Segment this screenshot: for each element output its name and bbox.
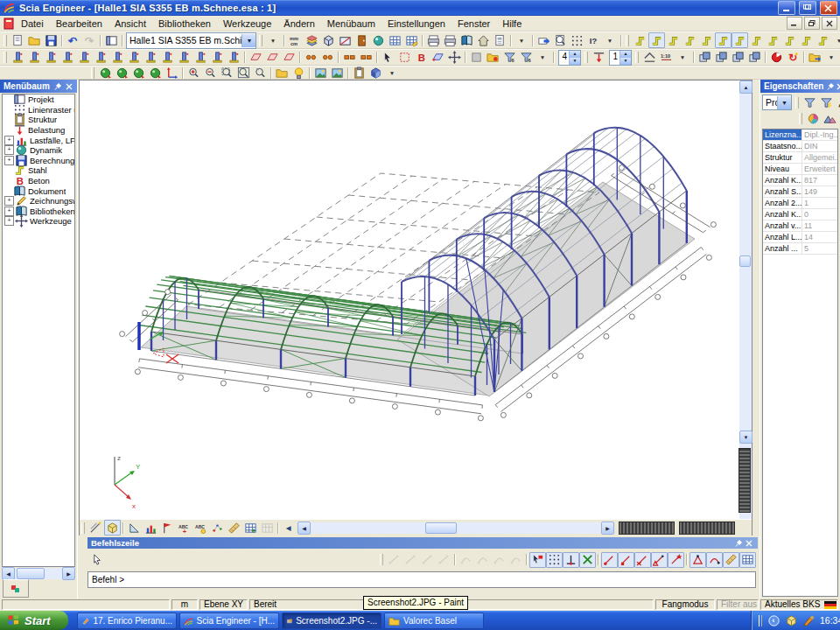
open-folder-icon[interactable] <box>26 32 43 48</box>
expand-icon[interactable]: + <box>4 216 14 226</box>
pillar-13-icon[interactable] <box>209 50 226 66</box>
snap-6-icon[interactable] <box>690 552 706 568</box>
minimize-button[interactable] <box>778 1 795 15</box>
profile-8-icon[interactable] <box>748 32 765 48</box>
expand-icon[interactable]: + <box>4 196 14 206</box>
table-grid-icon[interactable] <box>387 32 403 48</box>
scroll-down-icon[interactable]: ▼ <box>739 430 752 444</box>
zoom-out-icon[interactable] <box>202 65 219 80</box>
units-mmcm-icon[interactable]: mmcm <box>287 32 304 48</box>
menu-menbaum[interactable]: Menübaum <box>321 18 382 30</box>
layers-icon[interactable] <box>304 32 320 48</box>
tree-panel-tab[interactable] <box>3 579 29 598</box>
viewport-horizontal-scrollbar[interactable] <box>312 522 600 534</box>
properties-filter-combobox[interactable]: Pro ▼ <box>762 94 792 110</box>
vert-c-icon[interactable] <box>491 552 508 568</box>
property-row[interactable]: Anzahl 2...1 <box>763 198 837 209</box>
chevron-icon[interactable]: ‹ <box>766 612 782 628</box>
pillar-12-icon[interactable] <box>192 50 209 66</box>
text-insert-icon[interactable]: I? <box>585 32 602 48</box>
angle-icon[interactable] <box>126 520 143 536</box>
profile-1-icon[interactable] <box>632 32 648 48</box>
expand-icon[interactable]: + <box>4 145 14 155</box>
pointer-icon[interactable] <box>89 552 106 568</box>
view-4-icon[interactable] <box>147 65 164 80</box>
plate-red-3-icon[interactable] <box>281 50 298 66</box>
dot-grid-icon[interactable] <box>569 32 585 48</box>
tree-item-libraries[interactable]: +Bibliotheken <box>3 206 74 217</box>
clipboard-icon[interactable] <box>351 65 368 80</box>
pillar-11-icon[interactable] <box>176 50 192 66</box>
roof-line-icon[interactable] <box>641 50 658 66</box>
profile-7-icon[interactable] <box>732 32 748 48</box>
chart-icon[interactable] <box>143 520 159 536</box>
copy3d-3-icon[interactable] <box>730 50 746 66</box>
snap-4-icon[interactable] <box>651 552 668 568</box>
select-box-icon[interactable] <box>396 50 413 66</box>
caret-icon[interactable]: ▼ <box>823 50 840 66</box>
scroll-thumb[interactable] <box>425 522 457 534</box>
caret-icon[interactable]: ▼ <box>265 32 282 48</box>
abc-lamp-icon[interactable]: ABC <box>192 520 209 536</box>
house-icon[interactable] <box>475 32 492 48</box>
folder-export-icon[interactable] <box>807 50 823 66</box>
brush-icon[interactable] <box>801 612 817 628</box>
table-plus-icon[interactable]: + <box>242 520 259 536</box>
bulb-icon[interactable] <box>290 65 307 80</box>
layer-gray-icon[interactable] <box>468 50 485 66</box>
book-icon[interactable] <box>458 32 475 48</box>
status-ucs[interactable]: Aktuelles BKS <box>760 599 838 610</box>
collapse-left-icon[interactable]: ◀ <box>281 520 298 536</box>
menu-ndern[interactable]: Ändern <box>277 18 320 30</box>
project-combobox-arrow-icon[interactable]: ▼ <box>242 34 256 47</box>
menu-einstellungen[interactable]: Einstellungen <box>382 18 452 30</box>
volume-red-icon[interactable] <box>783 612 800 628</box>
mdi-document-icon[interactable] <box>3 18 15 30</box>
property-row[interactable]: Anzahl ...5 <box>763 243 837 255</box>
menu-hilfe[interactable]: Hilfe <box>496 18 528 30</box>
view-1-icon[interactable] <box>97 65 114 80</box>
view-3-icon[interactable] <box>130 65 147 80</box>
snap-1-icon[interactable] <box>601 552 618 568</box>
menu-datei[interactable]: Datei <box>15 18 50 30</box>
vert-a-icon[interactable] <box>458 552 474 568</box>
caret-icon[interactable]: ▼ <box>535 50 551 66</box>
tree-item-load[interactable]: Belastung <box>3 125 74 136</box>
command-input[interactable]: Befehl > <box>88 571 756 588</box>
pillar-3-icon[interactable] <box>43 50 60 66</box>
spinner-down-icon[interactable]: ▼ <box>620 58 631 65</box>
property-row[interactable]: StrukturAllgemei... <box>763 152 837 164</box>
filter-a-icon[interactable]: 6 <box>501 50 518 66</box>
profile-5-icon[interactable] <box>698 32 715 48</box>
pillar-7-icon[interactable] <box>109 50 126 66</box>
restore-button[interactable] <box>799 1 816 15</box>
caret-icon[interactable]: ▼ <box>384 65 401 80</box>
copy3d-2-icon[interactable] <box>713 50 730 66</box>
zoom-document-icon[interactable] <box>552 32 569 48</box>
cross-move-icon[interactable] <box>446 50 463 66</box>
ruler-snap-icon[interactable] <box>723 552 739 568</box>
line-d-icon[interactable] <box>436 552 452 568</box>
load-red-icon[interactable] <box>591 50 607 66</box>
scroll-right-icon[interactable]: ▶ <box>601 522 614 535</box>
docked-toolbar-handle[interactable] <box>738 448 751 513</box>
close-icon[interactable] <box>744 538 754 548</box>
property-row[interactable]: Anzahl K...0 <box>763 209 837 220</box>
menu-bibliotheken[interactable]: Bibliotheken <box>152 18 217 30</box>
spinner-up-icon[interactable]: ▲ <box>620 51 631 58</box>
plate-red-1-icon[interactable] <box>248 50 264 66</box>
snap-off-icon[interactable] <box>579 552 596 568</box>
sphere-icon[interactable] <box>370 32 387 48</box>
zoom-all-icon[interactable] <box>235 65 252 80</box>
caret-icon[interactable]: ▼ <box>675 50 691 66</box>
tree-item-loadcase[interactable]: +Lastfälle, LF-Kc <box>3 135 74 145</box>
caret-icon[interactable]: ▼ <box>602 32 619 48</box>
pillar-2-icon[interactable] <box>26 50 43 66</box>
coord-table-icon[interactable] <box>739 552 756 568</box>
line-a-icon[interactable] <box>386 552 402 568</box>
page-layout-icon[interactable] <box>492 32 508 48</box>
pillar-4-icon[interactable] <box>60 50 76 66</box>
view-3d-icon[interactable] <box>320 32 337 48</box>
mdi-restore-button[interactable] <box>804 17 820 30</box>
vert-d-icon[interactable] <box>508 552 524 568</box>
